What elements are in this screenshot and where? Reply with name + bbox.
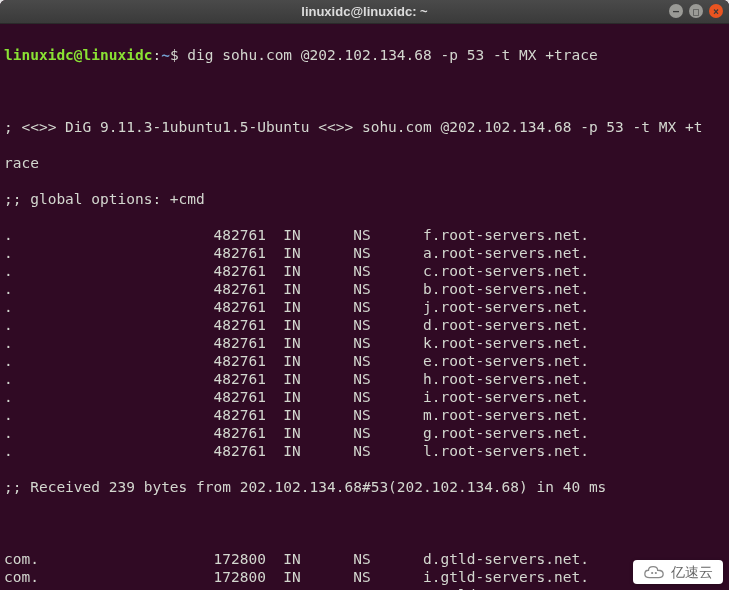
window-title: linuxidc@linuxidc: ~	[301, 4, 427, 19]
dns-record: . 482761 IN NS j.root-servers.net.	[4, 298, 725, 316]
watermark: 亿速云	[633, 560, 723, 584]
dns-record: . 482761 IN NS d.root-servers.net.	[4, 316, 725, 334]
cloud-icon	[643, 564, 665, 582]
minimize-button[interactable]: –	[669, 4, 683, 18]
dns-record: . 482761 IN NS a.root-servers.net.	[4, 244, 725, 262]
terminal-body[interactable]: linuxidc@linuxidc:~$ dig sohu.com @202.1…	[0, 24, 729, 590]
dns-record: . 482761 IN NS k.root-servers.net.	[4, 334, 725, 352]
received-line: ;; Received 239 bytes from 202.102.134.6…	[4, 478, 725, 496]
root-records: . 482761 IN NS f.root-servers.net.. 4827…	[4, 226, 725, 460]
dns-record: . 482761 IN NS b.root-servers.net.	[4, 280, 725, 298]
close-button[interactable]: ×	[709, 4, 723, 18]
prompt-line: linuxidc@linuxidc:~$ dig sohu.com @202.1…	[4, 46, 725, 64]
dns-record: . 482761 IN NS h.root-servers.net.	[4, 370, 725, 388]
terminal-window: linuxidc@linuxidc: ~ – □ × linuxidc@linu…	[0, 0, 729, 590]
titlebar: linuxidc@linuxidc: ~ – □ ×	[0, 0, 729, 24]
prompt-userhost: linuxidc@linuxidc	[4, 47, 152, 63]
svg-point-0	[651, 572, 653, 574]
dns-record: . 482761 IN NS e.root-servers.net.	[4, 352, 725, 370]
window-controls: – □ ×	[669, 4, 723, 18]
dns-record: com. 172800 IN NS d.gtld-servers.net.	[4, 550, 725, 568]
com-records: com. 172800 IN NS d.gtld-servers.net.com…	[4, 550, 725, 590]
command-text: dig sohu.com @202.102.134.68 -p 53 -t MX…	[187, 47, 597, 63]
watermark-text: 亿速云	[671, 564, 713, 582]
maximize-button[interactable]: □	[689, 4, 703, 18]
dns-record: . 482761 IN NS l.root-servers.net.	[4, 442, 725, 460]
dns-record: . 482761 IN NS g.root-servers.net.	[4, 424, 725, 442]
dig-banner: ; <<>> DiG 9.11.3-1ubuntu1.5-Ubuntu <<>>…	[4, 118, 725, 136]
svg-point-1	[655, 572, 657, 574]
dns-record: com. 172800 IN NS g.gtld-servers.net.	[4, 586, 725, 590]
dig-options: ;; global options: +cmd	[4, 190, 725, 208]
dns-record: . 482761 IN NS f.root-servers.net.	[4, 226, 725, 244]
prompt-path: ~	[161, 47, 170, 63]
dns-record: com. 172800 IN NS i.gtld-servers.net.	[4, 568, 725, 586]
dns-record: . 482761 IN NS i.root-servers.net.	[4, 388, 725, 406]
dig-banner-wrap: race	[4, 154, 725, 172]
dns-record: . 482761 IN NS m.root-servers.net.	[4, 406, 725, 424]
dns-record: . 482761 IN NS c.root-servers.net.	[4, 262, 725, 280]
